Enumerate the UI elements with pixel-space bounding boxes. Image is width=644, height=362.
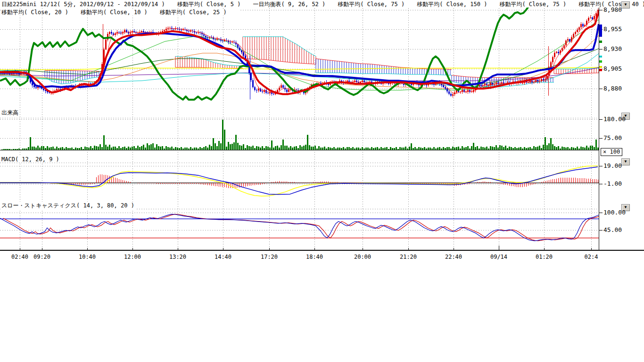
macd-axis-tick-label: 19.00 xyxy=(603,162,622,169)
price-axis-tick-label: 8,880 xyxy=(603,85,622,92)
macd-axis-tick-label: -1.00 xyxy=(603,180,622,187)
legend-item: 日経225mini 12/12( 5分, 2012/09/12 - 2012/0… xyxy=(1,1,165,8)
price-axis-tick-label: 8,930 xyxy=(603,45,622,52)
time-axis-tick-label: 02:4 xyxy=(585,254,598,260)
legend-row-1: 日経225mini 12/12( 5分, 2012/09/12 - 2012/0… xyxy=(1,1,644,8)
macd-pane-dropdown-button[interactable]: ▼ xyxy=(621,158,630,165)
chevron-down-icon: ▼ xyxy=(625,2,627,7)
time-axis-tick-label: 14:40 xyxy=(215,254,231,260)
volume-multiplier-badge: × 100 xyxy=(601,148,622,156)
price-axis-tick-label: 8,980 xyxy=(603,6,622,13)
volume-pane-label: 出来高 xyxy=(0,109,19,117)
stoch-pane-label: スロー・ストキャスティクス( 14, 3, 80, 20 ) xyxy=(0,202,135,210)
chart-canvas xyxy=(0,0,644,362)
legend-item: 移動平均( Close, 75 ) xyxy=(338,1,405,8)
volume-axis-tick-label: 75.00 xyxy=(603,134,622,141)
price-axis-tick-label: 8,905 xyxy=(603,65,622,72)
volume-axis-tick-label: 180.00 xyxy=(603,115,626,123)
legend-item: 移動平均( Close, 75 ) xyxy=(499,1,566,8)
legend-item: 移動平均( Close, 5 ) xyxy=(177,1,241,8)
price-axis-tick-label: 8,955 xyxy=(603,25,622,33)
time-axis-tick-label: 17:20 xyxy=(261,254,278,260)
stoch-axis-tick-label: 45.00 xyxy=(603,226,622,233)
stoch-axis-tick-label: 100.00 xyxy=(603,209,626,216)
legend-item: 一目均衡表( 9, 26, 52 ) xyxy=(253,1,325,8)
time-axis-tick-label: 18:40 xyxy=(306,254,323,260)
chart-application-window: { "header": { "row1": [ "日経225mini 12/12… xyxy=(0,0,644,362)
time-axis-tick-label: 10:40 xyxy=(79,254,96,260)
price-pane-dropdown-button[interactable]: ▼ xyxy=(621,1,630,8)
time-axis-tick-label: 13:20 xyxy=(169,254,186,260)
time-axis-tick-label: 22:40 xyxy=(445,254,462,260)
macd-pane-label: MACD( 12, 26, 9 ) xyxy=(0,156,60,163)
legend-item: 移動平均( Close, 150 ) xyxy=(417,1,487,8)
chevron-down-icon: ▼ xyxy=(625,159,627,164)
legend-item: 移動平均( Close, 25 ) xyxy=(160,9,227,16)
time-axis-tick-label: 01:20 xyxy=(536,254,553,260)
time-axis-tick-label: 20:00 xyxy=(354,254,371,260)
legend-row-2: 移動平均( Close, 20 )移動平均( Close, 10 )移動平均( … xyxy=(1,9,239,16)
time-axis-tick-label: 09:20 xyxy=(33,254,50,260)
time-axis-tick-label: 09/14 xyxy=(490,254,507,260)
legend-item: 移動平均( Close, 10 ) xyxy=(81,9,148,16)
legend-item: 移動平均( Close, 20 ) xyxy=(1,9,68,16)
time-axis-tick-label: 21:20 xyxy=(400,254,417,260)
time-axis-tick-label: 12:00 xyxy=(124,254,141,260)
time-axis-tick-label: 02:40 xyxy=(11,254,28,260)
